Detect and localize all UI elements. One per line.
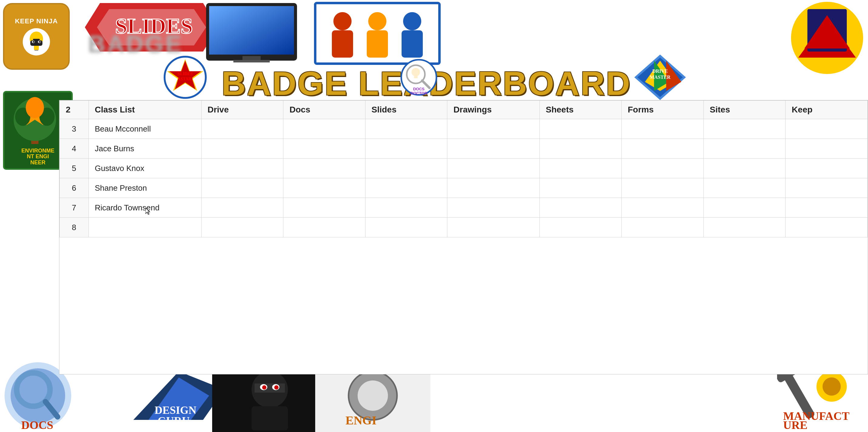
- row-num-6: 6: [60, 178, 89, 198]
- engine-bottom-icon: ENGI: [315, 365, 430, 432]
- table-row: 6 Shane Preston: [60, 178, 868, 198]
- svg-text:ENGI: ENGI: [345, 413, 376, 427]
- svg-point-62: [262, 385, 267, 390]
- drive-master-badge: DRIVE MASTER: [630, 53, 690, 101]
- spreadsheet-container: 2 Class List Drive Docs Slides Drawings …: [59, 100, 868, 374]
- docs-doctor-badge: DOCS DOCTOR: [399, 58, 438, 97]
- top-right-circle-icon: [789, 0, 865, 76]
- col-header-forms: Forms: [622, 101, 704, 119]
- svg-text:URE: URE: [783, 419, 807, 431]
- row-num-4: 4: [60, 139, 89, 159]
- svg-point-35: [823, 377, 841, 396]
- svg-text:ASTAR!: ASTAR!: [177, 77, 193, 81]
- svg-rect-59: [255, 383, 285, 393]
- svg-text:DOCTOR: DOCTOR: [410, 91, 428, 95]
- svg-text:DOCS: DOCS: [413, 87, 425, 91]
- svg-point-8: [39, 41, 41, 43]
- svg-text:SLIDES: SLIDES: [178, 71, 193, 76]
- col-header-drive: Drive: [201, 101, 283, 119]
- svg-point-7: [33, 41, 35, 43]
- slides-star-badge: SLIDES ASTAR!: [162, 55, 208, 100]
- table-row: 4 Jace Burns: [60, 139, 868, 159]
- env-engineer-label: ENVIRONMENT ENGINEER: [21, 148, 54, 166]
- row-num-7: 7: [60, 198, 89, 218]
- student-name-4: Shane Preston: [89, 178, 201, 198]
- keep-ninja-icon: KEEP NINJA: [3, 3, 70, 70]
- row-num-8: 8: [60, 218, 89, 237]
- svg-text:DRIVE: DRIVE: [652, 68, 668, 74]
- student-name-3: Gustavo Knox: [89, 159, 201, 178]
- badge-table: 2 Class List Drive Docs Slides Drawings …: [59, 100, 868, 237]
- row-num-header: 2: [60, 101, 89, 119]
- svg-point-14: [26, 97, 44, 118]
- col-header-keep: Keep: [785, 101, 868, 119]
- col-header-sheets: Sheets: [539, 101, 622, 119]
- svg-text:MASTER: MASTER: [650, 74, 671, 80]
- table-row: 8: [60, 218, 868, 237]
- svg-text:DOCS: DOCS: [21, 419, 53, 431]
- svg-point-63: [274, 385, 279, 390]
- svg-point-77: [411, 68, 420, 76]
- svg-point-67: [358, 380, 388, 411]
- ninja-bulb: [23, 28, 50, 56]
- table-row: 7 Ricardo Townsend: [60, 198, 868, 218]
- col-header-drawings: Drawings: [447, 101, 539, 119]
- col-header-class-list: Class List: [89, 101, 201, 119]
- svg-text:DESIGN: DESIGN: [155, 404, 196, 416]
- col-header-docs: Docs: [283, 101, 366, 119]
- row-num-5: 5: [60, 159, 89, 178]
- row-num-3: 3: [60, 119, 89, 139]
- svg-rect-64: [252, 406, 288, 431]
- student-name-2: Jace Burns: [89, 139, 201, 159]
- table-row: 5 Gustavo Knox: [60, 159, 868, 178]
- svg-text:GURU: GURU: [158, 415, 190, 427]
- student-name-5: Ricardo Townsend: [89, 198, 201, 218]
- student-name-1: Beau Mcconnell: [89, 119, 201, 139]
- keep-ninja-label: KEEP NINJA: [15, 17, 58, 25]
- col-header-slides: Slides: [365, 101, 447, 119]
- ninja-bottom-icon: [212, 365, 327, 432]
- col-header-sites: Sites: [704, 101, 785, 119]
- table-row: 3 Beau Mcconnell: [60, 119, 868, 139]
- svg-rect-78: [414, 76, 417, 78]
- badge-icons-row: SLIDES ASTAR! DOCS DOCTOR: [67, 56, 786, 98]
